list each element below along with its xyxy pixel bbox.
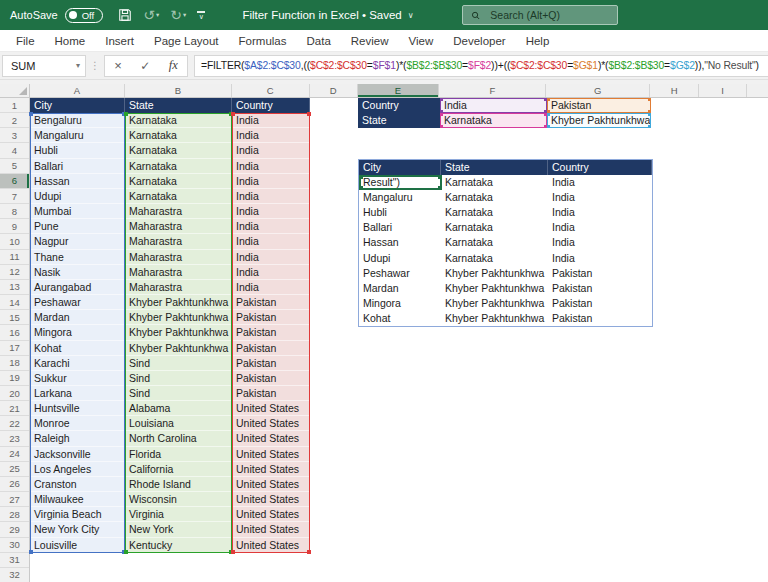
state-cell[interactable]: Maharastra [125,265,232,280]
column-header[interactable]: F [439,84,546,97]
city-cell[interactable]: Hubli [30,143,125,158]
state-cell[interactable]: Virginia [125,507,232,522]
city-cell[interactable]: Nagpur [30,234,125,249]
result-state-cell[interactable]: Khyber Pakhtunkhwa [441,296,548,311]
result-state-cell[interactable]: Karnataka [441,220,548,235]
ribbon-tab[interactable]: Home [45,30,96,51]
state-cell[interactable]: Maharastra [125,250,232,265]
result-state-cell[interactable]: Karnataka [441,190,548,205]
ribbon-tab[interactable]: Page Layout [144,30,229,51]
result-state-cell[interactable]: Khyber Pakhtunkhwa [441,311,548,326]
search-box[interactable] [462,5,618,25]
city-cell[interactable]: Virginia Beach [30,507,125,522]
state-cell[interactable]: Kentucky [125,538,232,553]
state-cell[interactable]: Alabama [125,401,232,416]
result-state-cell[interactable]: Khyber Pakhtunkhwa [441,281,548,296]
ribbon-tab[interactable]: File [6,30,45,51]
city-cell[interactable]: Mingora [30,325,125,340]
state-cell[interactable]: Wisconsin [125,492,232,507]
criteria-f1-cell[interactable]: India [440,98,547,113]
state-cell[interactable]: Karnataka [125,143,232,158]
formula-input[interactable]: =FILTER( $A$2:$C$30 ,(( $C$2:$C$30 = $F$… [194,55,768,77]
city-cell[interactable]: Kohat [30,341,125,356]
state-cell[interactable]: Maharastra [125,280,232,295]
column-header[interactable]: I [699,84,747,97]
column-header[interactable]: D [310,84,358,97]
column-header[interactable]: G [546,84,650,97]
country-cell[interactable]: United States [232,401,310,416]
country-cell[interactable]: Pakistan [232,295,310,310]
result-country-cell[interactable]: India [548,190,652,205]
ribbon-tab[interactable]: Help [516,30,560,51]
cancel-icon[interactable]: × [114,59,122,72]
criteria-label-country-cell[interactable]: Country [358,98,440,113]
country-cell[interactable]: Pakistan [232,386,310,401]
select-all-corner[interactable] [0,84,30,98]
city-cell[interactable]: Ballari [30,159,125,174]
state-cell[interactable]: Khyber Pakhtunkhwa [125,325,232,340]
autosave-toggle[interactable]: Off [65,8,104,23]
column-header[interactable]: A [30,84,125,97]
column-header[interactable]: E [358,84,440,97]
main-header-city-cell[interactable]: City [30,98,125,113]
name-box-dropdown-icon[interactable]: ▾ [71,61,85,70]
ribbon-tab[interactable]: Developer [443,30,515,51]
state-cell[interactable]: California [125,462,232,477]
city-cell[interactable]: Milwaukee [30,492,125,507]
state-cell[interactable]: North Carolina [125,431,232,446]
result-country-cell[interactable]: Pakistan [548,296,652,311]
city-cell[interactable]: Karachi [30,356,125,371]
result-city-cell[interactable]: Result") [359,175,441,190]
result-city-cell[interactable]: Mingora [359,296,441,311]
result-city-cell[interactable]: Hassan [359,235,441,250]
city-cell[interactable]: Jacksonville [30,447,125,462]
state-cell[interactable]: Karnataka [125,113,232,128]
city-cell[interactable]: Larkana [30,386,125,401]
city-cell[interactable]: Peshawar [30,295,125,310]
state-cell[interactable]: Florida [125,447,232,462]
column-header[interactable] [747,84,768,97]
document-title-group[interactable]: Filter Function in Excel • Saved ∨ [242,0,413,30]
state-cell[interactable]: Karnataka [125,128,232,143]
column-header[interactable]: H [650,84,699,97]
ribbon-tab[interactable]: Data [297,30,341,51]
result-country-cell[interactable]: Pakistan [548,266,652,281]
result-header-city-cell[interactable]: City [359,160,441,175]
country-cell[interactable]: India [232,128,310,143]
country-cell[interactable]: India [232,189,310,204]
state-cell[interactable]: Karnataka [125,159,232,174]
save-icon[interactable] [118,8,132,22]
city-cell[interactable]: Monroe [30,416,125,431]
criteria-f2-cell[interactable]: Karnataka [440,113,547,128]
result-country-cell[interactable]: India [548,235,652,250]
city-cell[interactable]: Hassan [30,174,125,189]
criteria-g2-cell[interactable]: Khyber Pakhtunkhwa [547,113,651,128]
country-cell[interactable]: United States [232,462,310,477]
ribbon-tab[interactable]: Review [341,30,399,51]
enter-icon[interactable]: ✓ [140,59,150,73]
city-cell[interactable]: Thane [30,250,125,265]
country-cell[interactable]: United States [232,431,310,446]
result-country-cell[interactable]: India [548,205,652,220]
country-cell[interactable]: United States [232,492,310,507]
result-country-cell[interactable]: Pakistan [548,311,652,326]
city-cell[interactable]: Bengaluru [30,113,125,128]
result-state-cell[interactable]: Khyber Pakhtunkhwa [441,266,548,281]
state-cell[interactable]: Karnataka [125,174,232,189]
criteria-g1-cell[interactable]: Pakistan [547,98,651,113]
sheet-canvas[interactable]: A B C D E F G H I 1 [0,84,768,582]
result-country-cell[interactable]: India [548,220,652,235]
state-cell[interactable]: Maharastra [125,234,232,249]
state-cell[interactable]: Maharastra [125,204,232,219]
result-country-cell[interactable]: Pakistan [548,281,652,296]
result-city-cell[interactable]: Mardan [359,281,441,296]
city-cell[interactable]: Pune [30,219,125,234]
state-cell[interactable]: Sind [125,386,232,401]
state-cell[interactable]: Louisiana [125,416,232,431]
country-cell[interactable]: India [232,143,310,158]
country-cell[interactable]: India [232,113,310,128]
country-cell[interactable]: India [232,204,310,219]
state-cell[interactable]: Karnataka [125,189,232,204]
result-country-cell[interactable]: India [548,251,652,266]
country-cell[interactable]: United States [232,477,310,492]
